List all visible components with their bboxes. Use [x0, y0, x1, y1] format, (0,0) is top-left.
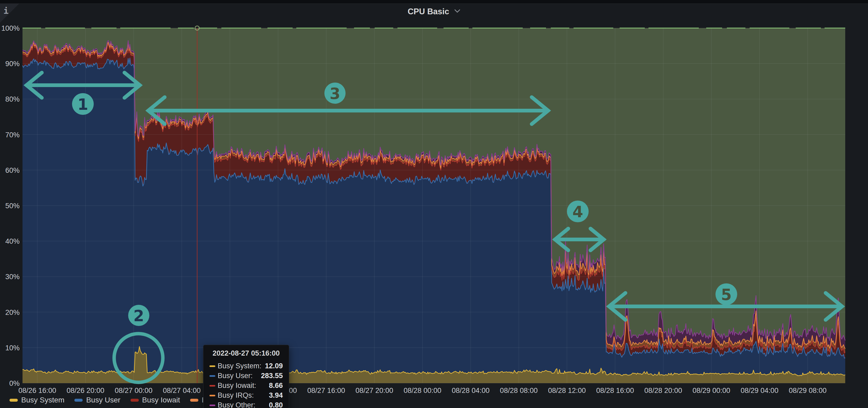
x-tick-label: 08/28 16:00 [589, 386, 642, 395]
series-color-dash [210, 395, 215, 396]
y-tick-label: 100% [1, 24, 20, 33]
x-tick-label: 08/27 04:00 [155, 386, 208, 395]
tooltip-row: Busy Other:0.80 [210, 400, 283, 408]
tooltip-series-value: 12.09 [265, 362, 283, 370]
y-tick-label: 80% [1, 95, 20, 103]
x-tick-label: 08/28 20:00 [637, 386, 690, 395]
x-tick-label: 08/26 20:00 [59, 386, 112, 395]
cpu-basic-panel: i CPU Basic 0%10%20%30%40%50%60%70%80%90… [0, 4, 868, 408]
tooltip-series-label: Busy Other: [218, 401, 255, 408]
y-tick-label: 10% [1, 344, 20, 352]
legend-label: Busy Iowait [142, 396, 180, 404]
y-tick-label: 90% [1, 60, 20, 68]
tooltip-series-label: Busy System: [218, 362, 261, 370]
x-tick-label: 08/29 04:00 [733, 386, 786, 395]
tooltip-series-value: 8.66 [269, 381, 283, 390]
tooltip-row: Busy IRQs:3.94 [210, 390, 283, 400]
x-tick-label: 08/28 12:00 [540, 386, 593, 395]
legend-swatch [9, 399, 18, 402]
x-tick-label: 08/29 00:00 [685, 386, 738, 395]
x-tick-label: 08/28 00:00 [396, 386, 449, 395]
grafana-dashboard: i CPU Basic 0%10%20%30%40%50%60%70%80%90… [0, 0, 868, 408]
x-tick-label: 08/29 08:00 [781, 386, 834, 395]
legend-swatch [190, 399, 198, 402]
x-tick-label: 08/26 16:00 [11, 386, 64, 395]
y-tick-label: 70% [1, 131, 20, 139]
tooltip-timestamp: 2022-08-27 05:16:00 [210, 349, 283, 358]
x-tick-label: 08/28 04:00 [444, 386, 497, 395]
tooltip-series-label: Busy IRQs: [218, 391, 254, 400]
y-tick-label: 50% [1, 202, 20, 210]
tooltip-row: Busy User:283.55 [210, 371, 283, 381]
x-tick-label: 08/27 00:00 [107, 386, 160, 395]
y-tick-label: 20% [1, 308, 20, 317]
series-color-dash [210, 385, 215, 386]
series-color-dash [210, 375, 215, 377]
tooltip-series-value: 3.94 [269, 391, 283, 400]
tooltip-series-value: 0.80 [269, 401, 283, 408]
legend-item[interactable]: Busy System [9, 396, 64, 404]
legend-item[interactable]: Busy Iowait [130, 396, 180, 404]
y-tick-label: 40% [1, 237, 20, 245]
tooltip-series-value: 283.55 [261, 372, 283, 380]
legend-swatch [74, 399, 83, 402]
legend-label: Busy User [86, 396, 120, 404]
x-tick-label: 08/27 20:00 [348, 386, 401, 395]
tooltip-series-label: Busy User: [218, 372, 253, 380]
y-tick-label: 30% [1, 273, 20, 281]
series-color-dash [210, 405, 215, 406]
x-tick-label: 08/27 16:00 [300, 386, 353, 395]
tooltip: 2022-08-27 05:16:00 Busy System:12.09Bus… [203, 345, 289, 408]
series-color-dash [210, 365, 215, 367]
tooltip-row: Busy System:12.09 [210, 361, 283, 371]
legend-label: Busy System [21, 396, 64, 404]
legend-swatch [130, 399, 139, 402]
tooltip-series-label: Busy Iowait: [218, 381, 256, 390]
x-tick-label: 08/28 08:00 [492, 386, 545, 395]
y-tick-label: 60% [1, 166, 20, 175]
cpu-chart[interactable] [0, 0, 868, 408]
tooltip-row: Busy Iowait:8.66 [210, 381, 283, 390]
legend-item[interactable]: Busy User [74, 396, 120, 404]
